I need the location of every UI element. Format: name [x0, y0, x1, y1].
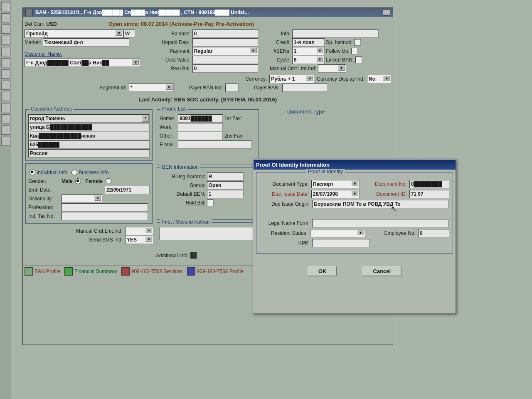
- manual-crdt2-label: Manual Crdt.Lmt.Ind:: [76, 228, 123, 234]
- manual-crdt2-dropdown[interactable]: [125, 227, 153, 235]
- currency-dropdown[interactable]: Рубль + 1: [269, 75, 314, 83]
- plan-dropdown[interactable]: Препейд: [25, 30, 123, 38]
- unpaid-dep-label: Unpaid Dep.:: [149, 39, 191, 45]
- issue-date-field[interactable]: 28/07/1998: [311, 190, 360, 198]
- def-curr-value: USD: [46, 21, 57, 27]
- hold-bill-label[interactable]: Hold Bill:: [160, 200, 205, 206]
- doc-no-field[interactable]: 0████████: [409, 180, 449, 188]
- email-label: E mail:: [160, 142, 178, 148]
- bens-label: #BENs:: [270, 48, 291, 54]
- maximize-button[interactable]: □: [383, 9, 390, 16]
- billing-field[interactable]: R: [207, 172, 244, 181]
- currency-display-dropdown[interactable]: No: [367, 75, 391, 83]
- legal-name-field[interactable]: [312, 219, 448, 227]
- titlebar[interactable]: BAN - 525915131/1 , Г-н Дзо██████ Св████…: [23, 8, 393, 17]
- modal-title: Proof Of Identity Information: [256, 162, 330, 168]
- tool-icon[interactable]: [1, 137, 10, 146]
- doc-type-label: Document Type:: [260, 181, 309, 187]
- ind-tax-label: Ind. Tax No:: [28, 213, 62, 219]
- sp-instruct-check[interactable]: [354, 39, 361, 46]
- cancel-button[interactable]: Cancel: [362, 266, 401, 276]
- ben-legend: BEN Information: [160, 164, 200, 170]
- modal-legend: Proof of Identity: [306, 169, 345, 175]
- additional-info-check[interactable]: [190, 252, 197, 259]
- real-bal-field: 0: [192, 64, 258, 73]
- doc-type-dropdown[interactable]: Паспорт: [311, 180, 360, 188]
- follow-up-check[interactable]: [351, 48, 358, 54]
- modal-titlebar[interactable]: Proof Of Identity Information: [254, 160, 456, 170]
- gender-label: Gender:: [28, 178, 62, 184]
- birth-field[interactable]: 22/05/1971: [105, 186, 150, 194]
- tool-icon[interactable]: [1, 126, 10, 135]
- work-field[interactable]: [178, 123, 223, 131]
- payer-ban-field[interactable]: [282, 84, 327, 92]
- real-bal-label: Real Bal:: [149, 66, 191, 71]
- doc-no-label: Document No:: [362, 181, 407, 187]
- address-line: город Тюмень: [28, 114, 150, 123]
- male-label: Male: [62, 178, 73, 184]
- unpaid-dep-field: [192, 38, 258, 47]
- balance-field: 0: [192, 30, 258, 38]
- kpp-field[interactable]: [312, 239, 369, 247]
- default-ben-field[interactable]: 1: [207, 190, 244, 198]
- sp-instruct-label: Sp. Instruct:: [326, 39, 352, 45]
- employee-no-field[interactable]: 0: [418, 229, 449, 237]
- email-field[interactable]: [178, 140, 252, 149]
- customer-name-label[interactable]: Customer Name:: [25, 51, 62, 57]
- issue-date-label: Doc. Issue Date:: [260, 191, 309, 197]
- tool-icon[interactable]: [1, 36, 10, 45]
- female-radio[interactable]: [106, 178, 111, 184]
- business-radio[interactable]: [71, 170, 77, 175]
- default-ben-label: Default BEN:: [160, 191, 205, 197]
- payer-ban-ind-field[interactable]: [225, 84, 239, 92]
- male-radio[interactable]: [75, 178, 81, 184]
- currency-label: Currency:: [245, 76, 267, 82]
- hold-bill-check[interactable]: [207, 200, 214, 206]
- profile-tab[interactable]: 909-183-7568 Profile: [187, 267, 244, 276]
- ok-button[interactable]: OK: [308, 266, 337, 276]
- cycle-dropdown[interactable]: 8: [292, 56, 325, 64]
- tool-icon[interactable]: [1, 92, 10, 101]
- other-field[interactable]: [178, 132, 223, 140]
- issue-origin-field[interactable]: Боровским ПОМ То в РОВД УВД То: [312, 200, 448, 208]
- resident-dropdown[interactable]: [310, 229, 365, 237]
- tool-icon[interactable]: [1, 58, 10, 67]
- birth-label: Birth Date:: [28, 187, 62, 193]
- tool-icon[interactable]: [1, 114, 10, 123]
- status-label: Status:: [160, 182, 205, 188]
- legal-name-label: Legal Name Form:: [260, 220, 310, 226]
- phone-list-group: Phone List Home:9091██████ 1st Fax: Work…: [157, 109, 259, 165]
- address-line: Россия: [28, 149, 150, 158]
- system-menu-icon[interactable]: [25, 9, 33, 16]
- profession-label: Profession:: [28, 204, 62, 210]
- send-sms-dropdown[interactable]: YES: [125, 236, 153, 244]
- authori-group: First / Second Authori: [157, 222, 259, 248]
- financial-summary-tab[interactable]: Financial Summary: [64, 267, 117, 276]
- payment-dropdown[interactable]: Regular: [192, 47, 258, 55]
- doc-id-field[interactable]: 71 97: [409, 190, 449, 198]
- tool-icon[interactable]: [1, 25, 10, 34]
- linked-ban-check[interactable]: [355, 57, 362, 63]
- services-icon: [121, 267, 130, 276]
- tool-icon[interactable]: [1, 47, 10, 56]
- ban-profile-tab[interactable]: BAN Profile: [25, 267, 60, 276]
- individual-radio[interactable]: [30, 170, 35, 175]
- profession-field[interactable]: [62, 203, 148, 212]
- tool-icon[interactable]: [1, 13, 10, 22]
- authori-field[interactable]: [160, 227, 254, 240]
- tool-icon[interactable]: [1, 69, 10, 79]
- segment-id-dropdown[interactable]: *: [129, 84, 174, 92]
- follow-up-label: Follow Up:: [326, 48, 350, 54]
- tool-icon[interactable]: [1, 81, 10, 90]
- tool-icon[interactable]: [1, 2, 10, 11]
- nationality-dropdown[interactable]: [62, 195, 102, 203]
- customer-name-field[interactable]: Г-н Дзод██████ Свет██а Ник██: [25, 59, 140, 67]
- manual-crdt-dropdown[interactable]: [318, 64, 346, 73]
- bens-dropdown[interactable]: 1: [292, 47, 325, 55]
- status-field: Open: [207, 181, 244, 190]
- address-dropdown-icon[interactable]: ▾: [142, 115, 149, 122]
- services-tab[interactable]: 909-183-7568 Services: [121, 267, 183, 276]
- ind-tax-field[interactable]: [62, 212, 148, 220]
- home-field[interactable]: 9091██████: [178, 114, 223, 123]
- tool-icon[interactable]: [1, 103, 10, 112]
